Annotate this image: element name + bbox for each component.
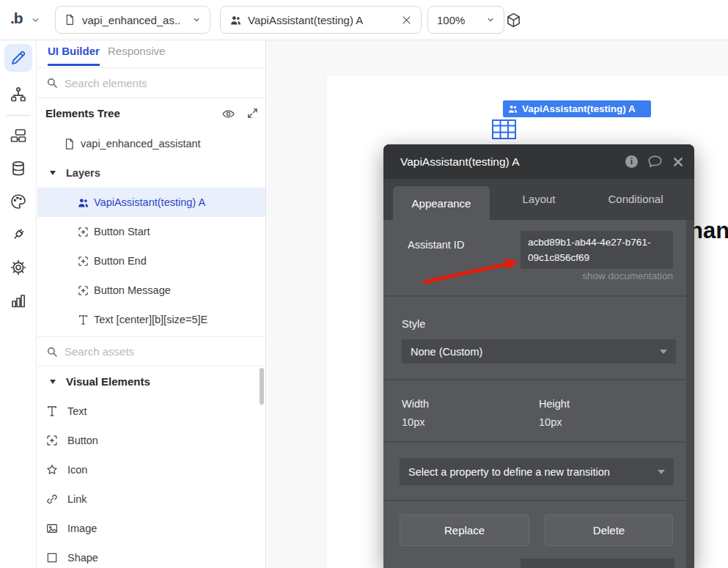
zoom-chevron-down-icon	[486, 15, 495, 24]
search-assets-input[interactable]	[65, 345, 233, 358]
page-file-icon	[65, 14, 76, 26]
search-elements-row	[37, 68, 265, 98]
panel-tabs: UI Builder Responsive	[37, 40, 265, 68]
styles-palette-icon[interactable]	[10, 193, 27, 210]
button-element-icon	[76, 254, 89, 268]
tree-item-button-end[interactable]: Button End	[37, 246, 265, 276]
tree-item-label: VapiAssistant(testing) A	[94, 188, 205, 217]
zoom-level-dropdown[interactable]: 100%	[427, 6, 504, 34]
asset-item-button[interactable]: Button	[37, 426, 265, 455]
bubble-logo[interactable]: .b	[10, 10, 23, 27]
tree-item-text[interactable]: Text [center][b][size=5]E	[37, 305, 265, 334]
eye-icon[interactable]	[221, 107, 235, 121]
search-elements-input[interactable]	[65, 77, 233, 89]
chevron-down-icon	[658, 470, 665, 474]
tree-item-button-message[interactable]: Button Message	[37, 276, 265, 305]
canvas-partial-text[interactable]: hanced	[689, 218, 728, 244]
style-dropdown[interactable]: None (Custom)	[402, 339, 676, 364]
comment-bubble-icon[interactable]	[647, 155, 663, 169]
asset-item-link[interactable]: Link	[37, 484, 265, 514]
text-element-icon	[76, 313, 89, 326]
button-element-icon	[76, 225, 89, 238]
asset-item-shape[interactable]: Shape	[37, 543, 265, 568]
element-selector-dropdown[interactable]: VapiAssistant(testing) A	[220, 6, 422, 34]
design-pencil-icon[interactable]	[10, 49, 27, 67]
panel-scrollbar-thumb[interactable]	[260, 368, 264, 405]
tab-layout[interactable]: Layout	[501, 179, 577, 220]
button-element-icon	[45, 434, 59, 447]
partial-field	[521, 558, 674, 568]
page-selector-dropdown[interactable]: vapi_enhanced_as...	[55, 6, 210, 34]
top-toolbar: .b vapi_enhanced_as... VapiAssistant(tes…	[0, 0, 728, 40]
chevron-down-icon	[660, 350, 667, 354]
elements-tree-header: Elements Tree	[37, 99, 265, 129]
tree-item-label: Button End	[94, 246, 147, 276]
tab-appearance[interactable]: Appearance	[393, 186, 490, 220]
asset-item-icon[interactable]: Icon	[37, 455, 265, 484]
width-label: Width	[402, 398, 429, 410]
inspector-scrollbar[interactable]	[686, 220, 694, 568]
tree-group-layers[interactable]: Layers	[37, 158, 265, 188]
visual-elements-group[interactable]: Visual Elements	[37, 367, 265, 397]
selected-element-badge[interactable]: VapiAssistant(testing) A	[503, 100, 651, 117]
inspector-tab-bar: Appearance Layout Conditional	[383, 179, 694, 220]
settings-gear-icon[interactable]	[10, 259, 27, 276]
element-inspector-popup: VapiAssistant(testing) A i Appearance La…	[383, 144, 694, 568]
section-divider	[383, 379, 686, 380]
show-documentation-link[interactable]: show documentation	[582, 270, 673, 281]
design-canvas[interactable]: hanced VapiAssistant(testing) A VapiAssi…	[267, 40, 728, 568]
page-chevron-down-icon	[192, 15, 201, 24]
replace-button[interactable]: Replace	[400, 514, 529, 546]
image-icon	[45, 522, 59, 535]
info-icon[interactable]: i	[625, 155, 638, 168]
people-icon	[76, 196, 89, 209]
workflow-sitemap-icon[interactable]	[10, 86, 27, 103]
selected-element-badge-label: VapiAssistant(testing) A	[522, 103, 636, 114]
plugins-plug-icon[interactable]	[10, 226, 27, 243]
database-icon[interactable]	[10, 160, 27, 177]
zoom-level-value: 100%	[437, 14, 465, 26]
section-divider	[383, 441, 686, 443]
element-clear-icon[interactable]	[401, 15, 412, 26]
section-divider	[383, 295, 686, 297]
assistant-id-label: Assistant ID	[408, 239, 464, 251]
tree-item-page[interactable]: vapi_enhanced_assistant	[37, 129, 265, 158]
components-icon[interactable]	[10, 127, 27, 144]
asset-item-image[interactable]: Image	[37, 514, 265, 543]
logo-chevron-down-icon[interactable]	[31, 15, 40, 25]
element-selector-value: VapiAssistant(testing) A	[248, 14, 363, 26]
page-selector-value: vapi_enhanced_as...	[82, 14, 180, 26]
height-label: Height	[539, 398, 570, 410]
component-library-cube-icon[interactable]	[505, 12, 522, 29]
expand-icon[interactable]	[246, 107, 259, 119]
caret-down-icon[interactable]	[50, 171, 56, 175]
tab-ui-builder[interactable]: UI Builder	[48, 45, 100, 66]
inspector-header[interactable]: VapiAssistant(testing) A i	[383, 144, 694, 179]
tab-conditional[interactable]: Conditional	[595, 179, 677, 220]
transition-property-dropdown[interactable]: Select a property to define a new transi…	[400, 458, 674, 485]
link-icon	[45, 493, 59, 506]
people-icon	[229, 14, 242, 26]
search-assets-row	[37, 336, 265, 366]
asset-item-label: Button	[67, 426, 98, 455]
text-element-icon	[45, 405, 59, 418]
tree-item-vapiassistant[interactable]: VapiAssistant(testing) A	[37, 188, 265, 217]
height-value: 10px	[539, 416, 562, 428]
logs-chart-icon[interactable]	[10, 292, 27, 309]
search-icon	[45, 76, 59, 89]
caret-down-icon[interactable]	[50, 380, 56, 384]
tree-item-label: Button Message	[94, 276, 171, 305]
tab-responsive[interactable]: Responsive	[108, 45, 165, 57]
annotation-arrow	[419, 254, 528, 289]
elements-tree-title: Elements Tree	[45, 107, 120, 119]
selected-grid-element[interactable]	[492, 119, 516, 139]
delete-button[interactable]: Delete	[545, 514, 673, 546]
asset-item-text[interactable]: Text	[37, 397, 265, 426]
bubble-editor: .b vapi_enhanced_as... VapiAssistant(tes…	[0, 0, 728, 568]
asset-item-label: Image	[67, 514, 97, 543]
asset-item-label: Icon	[67, 455, 87, 484]
left-panel: UI Builder Responsive Elements Tree vapi…	[37, 40, 266, 568]
close-icon[interactable]	[672, 156, 684, 168]
assistant-id-input[interactable]: acbd89b1-ab44-4e27-b761-09c1c856cf69	[521, 231, 673, 269]
tree-item-button-start[interactable]: Button Start	[37, 217, 265, 246]
